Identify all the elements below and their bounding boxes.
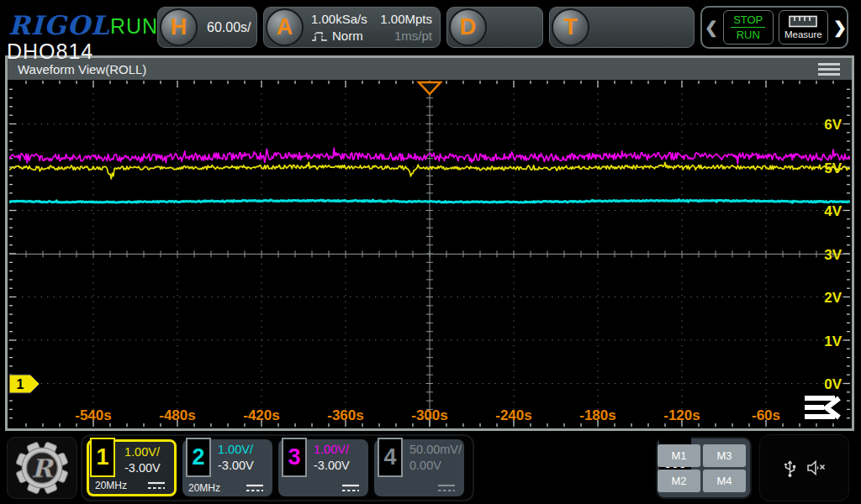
top-bar: RIGOL RUN H 60.00s/ A 1.00kSa/s Norm 1.0… — [0, 0, 861, 54]
channel-3-badge: 3 — [282, 438, 307, 477]
ch3-offset: -3.00V — [314, 458, 350, 474]
ruler-icon — [789, 15, 817, 28]
channel-4-tile[interactable]: 4 50.00mV/ 0.00V — [374, 439, 464, 496]
waveform-titlebar[interactable]: Waveform View(ROLL) — [8, 58, 852, 80]
chevron-left-icon[interactable]: ❮ — [705, 19, 718, 35]
run-status: RUN — [110, 14, 158, 39]
usb-icon — [784, 458, 796, 478]
sample-rate: 1.00kSa/s — [311, 11, 367, 28]
voltage-label: 6V — [824, 117, 842, 133]
decode-group[interactable]: D — [446, 7, 543, 48]
ch2-offset: -3.00V — [218, 458, 254, 474]
ch4-scale: 50.00mV/ — [409, 442, 462, 458]
math-m4-button[interactable]: M4 — [703, 470, 746, 492]
channel-2-badge: 2 — [186, 438, 211, 477]
voltage-label: 3V — [824, 247, 842, 263]
voltage-label: 4V — [824, 203, 842, 219]
dc-coupling-icon — [246, 484, 264, 492]
ch1-bandwidth: 20MHz — [95, 480, 127, 491]
svg-text:R: R — [32, 454, 55, 483]
channel-3-tile[interactable]: 3 1.00V/ -3.00V — [278, 439, 368, 496]
dc-coupling-icon — [341, 484, 360, 492]
math-m2-button[interactable]: M2 — [658, 470, 700, 492]
time-label: -180s — [579, 407, 615, 423]
channel-1-tile[interactable]: 1 1.00V/ -3.00V 20MHz — [87, 439, 177, 496]
horizontal-group[interactable]: H 60.00s/ — [157, 7, 257, 48]
dc-coupling-icon — [437, 484, 456, 492]
voltage-label: 2V — [824, 290, 842, 306]
graticule[interactable]: 6V5V4V3V2V1V0V-540s-480s-420s-360s-300s-… — [9, 81, 850, 428]
toolbar-quick-group: ❮ STOP RUN Measure ❯ — [700, 6, 848, 49]
status-panel — [759, 434, 849, 501]
decode-knob[interactable]: D — [449, 8, 487, 46]
sound-muted-icon[interactable] — [807, 460, 826, 475]
time-label: -360s — [327, 407, 363, 423]
waveform-window: Waveform View(ROLL) 6V5V4V3V2V1V0V-540s-… — [5, 55, 854, 431]
stop-run-button[interactable]: STOP RUN — [723, 10, 774, 45]
voltage-label: 0V — [824, 376, 842, 392]
time-per-point: 1ms/pt — [380, 28, 432, 45]
timebase-value: 60.00s/ — [207, 8, 251, 47]
ch4-offset: 0.00V — [409, 458, 462, 474]
acquisition-knob[interactable]: A — [266, 8, 304, 46]
time-label: -60s — [752, 407, 780, 423]
channel-group: 1 1.00V/ -3.00V 20MHz 2 1.00V/ -3.00V 20… — [81, 434, 474, 501]
acq-mode: Norm — [332, 28, 363, 45]
horizontal-knob[interactable]: H — [160, 8, 198, 46]
channel-1-badge: 1 — [90, 438, 115, 477]
rigol-gear-logo-icon: R — [14, 440, 70, 496]
model-name: DHO814 — [7, 39, 93, 64]
ch3-scale: 1.00V/ — [314, 442, 350, 458]
math-panel: M M1 M3 M2 M4 — [656, 437, 752, 499]
ch2-scale: 1.00V/ — [218, 442, 254, 458]
ch1-offset: -3.00V — [124, 460, 161, 476]
dc-coupling-icon — [147, 481, 166, 490]
time-label: -540s — [75, 407, 111, 423]
time-label: -120s — [663, 407, 700, 423]
rigol-gear-menu-button[interactable]: R — [7, 437, 77, 499]
channel-1-marker-label: 1 — [17, 377, 24, 391]
measure-button[interactable]: Measure — [779, 10, 829, 45]
trigger-position-marker[interactable] — [419, 82, 441, 94]
time-label: -300s — [411, 407, 447, 423]
trigger-group[interactable]: T — [549, 7, 695, 48]
rigol-logo: RIGOL — [8, 10, 110, 40]
menu-icon[interactable] — [818, 63, 840, 76]
acquisition-group[interactable]: A 1.00kSa/s Norm 1.00Mpts 1ms/pt — [263, 7, 441, 48]
voltage-label: 1V — [824, 333, 842, 349]
bottom-bar: R 1 1.00V/ -3.00V 20MHz 2 1.00V/ -3.00V … — [0, 431, 861, 504]
time-label: -420s — [243, 407, 279, 423]
math-m3-button[interactable]: M3 — [703, 444, 746, 467]
chevron-right-icon[interactable]: ❯ — [833, 19, 847, 35]
memory-depth: 1.00Mpts — [380, 11, 432, 28]
trigger-knob[interactable]: T — [552, 8, 589, 46]
channel-2-tile[interactable]: 2 1.00V/ -3.00V 20MHz — [182, 439, 272, 496]
collapse-menu-icon[interactable] — [805, 396, 839, 419]
time-label: -480s — [159, 407, 195, 423]
ch1-scale: 1.00V/ — [124, 444, 161, 460]
channel-1-level-marker[interactable] — [9, 375, 40, 393]
channel-4-badge: 4 — [378, 438, 403, 477]
pulse-icon — [311, 30, 328, 42]
math-m1-button[interactable]: M1 — [658, 444, 700, 467]
waveform-title: Waveform View(ROLL) — [8, 62, 146, 76]
ch2-bandwidth: 20MHz — [188, 482, 220, 494]
time-label: -240s — [495, 407, 531, 423]
